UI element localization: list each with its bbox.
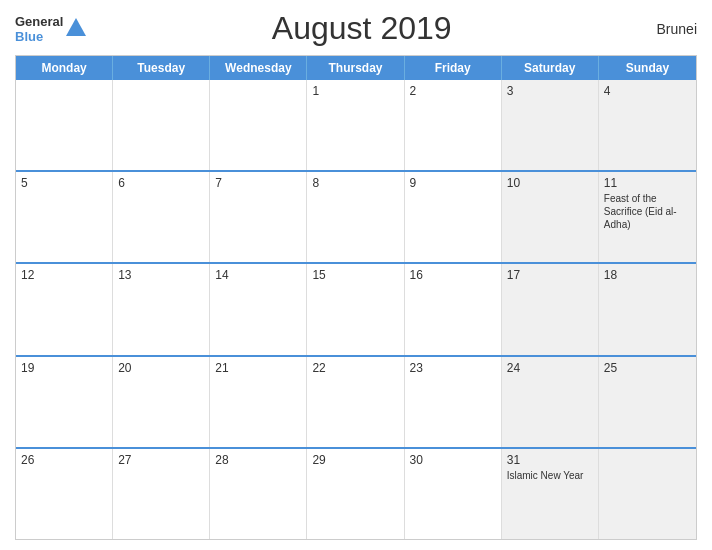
calendar-row-4: 262728293031Islamic New Year bbox=[16, 449, 696, 539]
day-number: 20 bbox=[118, 361, 204, 375]
day-number: 23 bbox=[410, 361, 496, 375]
day-number: 3 bbox=[507, 84, 593, 98]
day-number: 12 bbox=[21, 268, 107, 282]
cal-cell: 4 bbox=[599, 80, 696, 170]
calendar-row-1: 567891011Feast of the Sacrifice (Eid al-… bbox=[16, 172, 696, 264]
header: General Blue August 2019 Brunei bbox=[15, 10, 697, 47]
cal-cell bbox=[210, 80, 307, 170]
day-number: 18 bbox=[604, 268, 691, 282]
cal-cell: 19 bbox=[16, 357, 113, 447]
day-number: 13 bbox=[118, 268, 204, 282]
cal-cell: 28 bbox=[210, 449, 307, 539]
day-number: 5 bbox=[21, 176, 107, 190]
header-day-thursday: Thursday bbox=[307, 56, 404, 80]
day-number: 1 bbox=[312, 84, 398, 98]
cal-cell: 24 bbox=[502, 357, 599, 447]
cal-cell: 21 bbox=[210, 357, 307, 447]
country-label: Brunei bbox=[637, 21, 697, 37]
cal-cell: 15 bbox=[307, 264, 404, 354]
cal-cell: 17 bbox=[502, 264, 599, 354]
cal-cell: 31Islamic New Year bbox=[502, 449, 599, 539]
cal-cell: 2 bbox=[405, 80, 502, 170]
header-day-wednesday: Wednesday bbox=[210, 56, 307, 80]
cal-cell: 10 bbox=[502, 172, 599, 262]
day-number: 25 bbox=[604, 361, 691, 375]
day-number: 4 bbox=[604, 84, 691, 98]
day-number: 30 bbox=[410, 453, 496, 467]
day-number: 11 bbox=[604, 176, 691, 190]
cal-cell: 12 bbox=[16, 264, 113, 354]
calendar-body: 1234567891011Feast of the Sacrifice (Eid… bbox=[16, 80, 696, 539]
day-number: 15 bbox=[312, 268, 398, 282]
holiday-label: Islamic New Year bbox=[507, 469, 593, 482]
day-number: 8 bbox=[312, 176, 398, 190]
cal-cell: 25 bbox=[599, 357, 696, 447]
day-number: 27 bbox=[118, 453, 204, 467]
month-title: August 2019 bbox=[86, 10, 637, 47]
day-number: 28 bbox=[215, 453, 301, 467]
cal-cell: 30 bbox=[405, 449, 502, 539]
cal-cell: 22 bbox=[307, 357, 404, 447]
day-number: 31 bbox=[507, 453, 593, 467]
calendar-row-0: 1234 bbox=[16, 80, 696, 172]
day-number: 7 bbox=[215, 176, 301, 190]
holiday-label: Feast of the Sacrifice (Eid al-Adha) bbox=[604, 192, 691, 231]
cal-cell: 16 bbox=[405, 264, 502, 354]
logo-general-text: General bbox=[15, 14, 63, 29]
header-day-saturday: Saturday bbox=[502, 56, 599, 80]
page: General Blue August 2019 Brunei MondayTu… bbox=[0, 0, 712, 550]
cal-cell: 11Feast of the Sacrifice (Eid al-Adha) bbox=[599, 172, 696, 262]
day-number: 21 bbox=[215, 361, 301, 375]
cal-cell: 14 bbox=[210, 264, 307, 354]
cal-cell: 18 bbox=[599, 264, 696, 354]
header-day-sunday: Sunday bbox=[599, 56, 696, 80]
cal-cell: 26 bbox=[16, 449, 113, 539]
cal-cell: 3 bbox=[502, 80, 599, 170]
day-number: 16 bbox=[410, 268, 496, 282]
header-day-monday: Monday bbox=[16, 56, 113, 80]
day-number: 17 bbox=[507, 268, 593, 282]
cal-cell: 5 bbox=[16, 172, 113, 262]
logo-text: General Blue bbox=[15, 14, 63, 44]
cal-cell: 7 bbox=[210, 172, 307, 262]
cal-cell: 23 bbox=[405, 357, 502, 447]
cal-cell bbox=[113, 80, 210, 170]
day-number: 19 bbox=[21, 361, 107, 375]
header-day-tuesday: Tuesday bbox=[113, 56, 210, 80]
logo-blue-text: Blue bbox=[15, 29, 63, 44]
cal-cell: 29 bbox=[307, 449, 404, 539]
cal-cell: 8 bbox=[307, 172, 404, 262]
day-number: 29 bbox=[312, 453, 398, 467]
cal-cell: 1 bbox=[307, 80, 404, 170]
cal-cell: 20 bbox=[113, 357, 210, 447]
calendar: MondayTuesdayWednesdayThursdayFridaySatu… bbox=[15, 55, 697, 540]
header-day-friday: Friday bbox=[405, 56, 502, 80]
day-number: 6 bbox=[118, 176, 204, 190]
calendar-row-2: 12131415161718 bbox=[16, 264, 696, 356]
cal-cell bbox=[16, 80, 113, 170]
day-number: 2 bbox=[410, 84, 496, 98]
cal-cell: 13 bbox=[113, 264, 210, 354]
logo-triangle-icon bbox=[66, 18, 86, 36]
day-number: 22 bbox=[312, 361, 398, 375]
cal-cell bbox=[599, 449, 696, 539]
day-number: 14 bbox=[215, 268, 301, 282]
day-number: 24 bbox=[507, 361, 593, 375]
day-number: 9 bbox=[410, 176, 496, 190]
logo: General Blue bbox=[15, 14, 86, 44]
calendar-header: MondayTuesdayWednesdayThursdayFridaySatu… bbox=[16, 56, 696, 80]
cal-cell: 9 bbox=[405, 172, 502, 262]
day-number: 10 bbox=[507, 176, 593, 190]
calendar-row-3: 19202122232425 bbox=[16, 357, 696, 449]
cal-cell: 27 bbox=[113, 449, 210, 539]
cal-cell: 6 bbox=[113, 172, 210, 262]
day-number: 26 bbox=[21, 453, 107, 467]
